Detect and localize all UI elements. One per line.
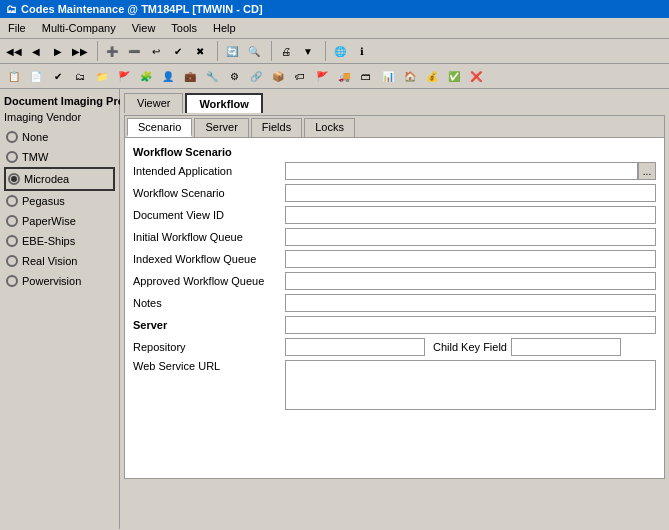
- tb2-btn-13[interactable]: 📦: [268, 66, 288, 86]
- vendor-pegasus[interactable]: Pegasus: [4, 191, 115, 211]
- delete-btn[interactable]: ✖: [190, 41, 210, 61]
- tb2-btn-9[interactable]: 💼: [180, 66, 200, 86]
- tb2-btn-3[interactable]: ✔: [48, 66, 68, 86]
- radio-paperwise: [6, 215, 18, 227]
- intended-application-row: Intended Application ...: [133, 162, 656, 180]
- menu-help[interactable]: Help: [209, 20, 240, 36]
- radio-real-vision: [6, 255, 18, 267]
- toolbar-1: ◀◀ ◀ ▶ ▶▶ ➕ ➖ ↩ ✔ ✖ 🔄 🔍 🖨 ▼ 🌐 ℹ: [0, 39, 669, 64]
- sub-tab-row: Scenario Server Fields Locks: [125, 116, 664, 138]
- tb2-btn-16[interactable]: 🚚: [334, 66, 354, 86]
- server-input[interactable]: [285, 316, 656, 334]
- undo-btn[interactable]: ↩: [146, 41, 166, 61]
- initial-workflow-queue-row: Initial Workflow Queue: [133, 228, 656, 246]
- indexed-workflow-queue-label: Indexed Workflow Queue: [133, 253, 281, 265]
- tb2-btn-6[interactable]: 🚩: [114, 66, 134, 86]
- vendor-powervision[interactable]: Powervision: [4, 271, 115, 291]
- document-view-id-input[interactable]: [285, 206, 656, 224]
- tb2-btn-20[interactable]: 💰: [422, 66, 442, 86]
- tb2-btn-5[interactable]: 📁: [92, 66, 112, 86]
- server-row: Server: [133, 316, 656, 334]
- nav-next-btn[interactable]: ▶: [48, 41, 68, 61]
- menu-view[interactable]: View: [128, 20, 160, 36]
- intended-application-browse[interactable]: ...: [638, 162, 656, 180]
- nav-prev-btn[interactable]: ◀: [26, 41, 46, 61]
- intended-application-input[interactable]: [285, 162, 638, 180]
- sub-tab-server[interactable]: Server: [194, 118, 248, 137]
- tb2-btn-11[interactable]: ⚙: [224, 66, 244, 86]
- radio-ebe-ships: [6, 235, 18, 247]
- sub-tab-fields[interactable]: Fields: [251, 118, 302, 137]
- notes-row: Notes: [133, 294, 656, 312]
- print-btn[interactable]: 🖨: [276, 41, 296, 61]
- workflow-scenario-input[interactable]: [285, 184, 656, 202]
- child-key-label: Child Key Field: [433, 341, 507, 353]
- approved-workflow-queue-input[interactable]: [285, 272, 656, 290]
- toolbar-2: 📋 📄 ✔ 🗂 📁 🚩 🧩 👤 💼 🔧 ⚙ 🔗 📦 🏷 🚩 🚚 🗃 📊 🏠 💰 …: [0, 64, 669, 89]
- web-service-label: Web Service URL: [133, 360, 281, 372]
- check-btn[interactable]: ✔: [168, 41, 188, 61]
- menu-multi-company[interactable]: Multi-Company: [38, 20, 120, 36]
- tb2-btn-22[interactable]: ❌: [466, 66, 486, 86]
- nav-first-btn[interactable]: ◀◀: [4, 41, 24, 61]
- tb2-btn-19[interactable]: 🏠: [400, 66, 420, 86]
- radio-powervision: [6, 275, 18, 287]
- initial-workflow-queue-input[interactable]: [285, 228, 656, 246]
- repository-input[interactable]: [285, 338, 425, 356]
- notes-input[interactable]: [285, 294, 656, 312]
- web-service-textarea[interactable]: [285, 360, 656, 410]
- filter-btn[interactable]: 🔍: [244, 41, 264, 61]
- repository-row: Repository Child Key Field: [133, 338, 656, 356]
- notes-label: Notes: [133, 297, 281, 309]
- vendor-tmw[interactable]: TMW: [4, 147, 115, 167]
- indexed-workflow-queue-input[interactable]: [285, 250, 656, 268]
- tb2-btn-8[interactable]: 👤: [158, 66, 178, 86]
- title-bar: 🗂 Codes Maintenance @ TM184PL [TMWIN - C…: [0, 0, 669, 18]
- section-title: Workflow Scenario: [133, 146, 656, 158]
- vendor-label: Imaging Vendor: [4, 111, 115, 123]
- tb2-btn-18[interactable]: 📊: [378, 66, 398, 86]
- tb2-btn-17[interactable]: 🗃: [356, 66, 376, 86]
- document-view-id-label: Document View ID: [133, 209, 281, 221]
- vendor-paperwise[interactable]: PaperWise: [4, 211, 115, 231]
- sub-tab-scenario[interactable]: Scenario: [127, 118, 192, 137]
- radio-pegasus: [6, 195, 18, 207]
- indexed-workflow-queue-row: Indexed Workflow Queue: [133, 250, 656, 268]
- tb2-btn-21[interactable]: ✅: [444, 66, 464, 86]
- tb2-btn-4[interactable]: 🗂: [70, 66, 90, 86]
- dropdown-btn[interactable]: ▼: [298, 41, 318, 61]
- vendor-microdea[interactable]: Microdea: [4, 167, 115, 191]
- vendor-real-vision[interactable]: Real Vision: [4, 251, 115, 271]
- minus-btn[interactable]: ➖: [124, 41, 144, 61]
- workflow-scenario-label: Workflow Scenario: [133, 187, 281, 199]
- globe-btn[interactable]: 🌐: [330, 41, 350, 61]
- menu-tools[interactable]: Tools: [167, 20, 201, 36]
- tb2-btn-14[interactable]: 🏷: [290, 66, 310, 86]
- vendor-ebe-ships[interactable]: EBE-Ships: [4, 231, 115, 251]
- tb2-btn-1[interactable]: 📋: [4, 66, 24, 86]
- tab-viewer[interactable]: Viewer: [124, 93, 183, 113]
- document-view-id-row: Document View ID: [133, 206, 656, 224]
- intended-application-field: ...: [285, 162, 656, 180]
- panel-title: Document Imaging Preferences: [4, 95, 115, 107]
- server-label: Server: [133, 319, 281, 331]
- menu-file[interactable]: File: [4, 20, 30, 36]
- tb2-btn-15[interactable]: 🚩: [312, 66, 332, 86]
- nav-last-btn[interactable]: ▶▶: [70, 41, 90, 61]
- tab-workflow[interactable]: Workflow: [185, 93, 262, 113]
- info-btn[interactable]: ℹ: [352, 41, 372, 61]
- approved-workflow-queue-row: Approved Workflow Queue: [133, 272, 656, 290]
- tb2-btn-7[interactable]: 🧩: [136, 66, 156, 86]
- tb2-btn-2[interactable]: 📄: [26, 66, 46, 86]
- radio-tmw: [6, 151, 18, 163]
- refresh-btn[interactable]: 🔄: [222, 41, 242, 61]
- tb2-btn-12[interactable]: 🔗: [246, 66, 266, 86]
- tb2-btn-10[interactable]: 🔧: [202, 66, 222, 86]
- vendor-none[interactable]: None: [4, 127, 115, 147]
- approved-workflow-queue-label: Approved Workflow Queue: [133, 275, 281, 287]
- workflow-scenario-row: Workflow Scenario: [133, 184, 656, 202]
- child-key-input[interactable]: [511, 338, 621, 356]
- content-area: Workflow Scenario Intended Application .…: [125, 138, 664, 478]
- add-btn[interactable]: ➕: [102, 41, 122, 61]
- sub-tab-locks[interactable]: Locks: [304, 118, 355, 137]
